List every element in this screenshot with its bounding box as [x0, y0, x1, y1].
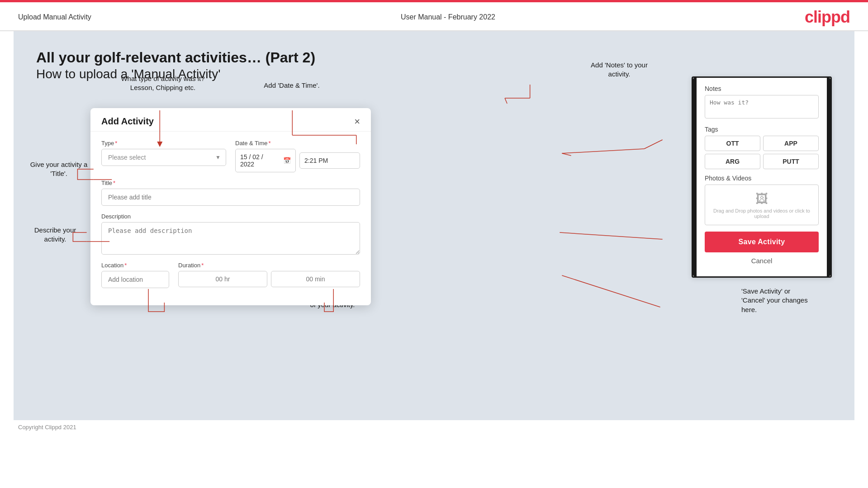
top-bar: Upload Manual Activity User Manual - Feb… — [0, 2, 868, 31]
title-label: Title* — [101, 180, 360, 186]
photos-section: Photos & Videos 🖼 Drag and Drop photos a… — [705, 175, 819, 225]
dialog-title: Add Activity — [101, 116, 154, 127]
date-input[interactable]: 15 / 02 / 2022 📅 — [235, 149, 296, 172]
upload-icon: 🖼 — [755, 191, 768, 206]
notes-label: Notes — [705, 85, 819, 92]
photos-upload-area[interactable]: 🖼 Drag and Drop photos and videos or cli… — [705, 185, 819, 225]
phone-panel: Notes Tags OTT APP ARG PUTT Photos & Vid… — [692, 76, 832, 278]
footer: Copyright Clippd 2021 — [0, 420, 868, 434]
datetime-group: Date & Time* 15 / 02 / 2022 📅 2:21 PM — [235, 140, 360, 172]
calendar-icon: 📅 — [283, 157, 291, 164]
location-input[interactable] — [101, 271, 169, 288]
duration-group: Duration* — [178, 262, 360, 288]
tag-arg[interactable]: ARG — [705, 154, 760, 169]
tags-label: Tags — [705, 126, 819, 133]
row-type-datetime: Type* Please select ▼ Date & Time* — [101, 140, 360, 172]
annotation-save-cancel: 'Save Activity' or'Cancel' your changesh… — [741, 287, 841, 314]
duration-inputs — [178, 271, 360, 287]
row-location-duration: Location* Duration* — [101, 262, 360, 288]
logo-area: clippd — [805, 8, 850, 27]
svg-line-12 — [644, 140, 662, 149]
annotation-title: Give your activity a'Title'. — [23, 160, 95, 179]
upload-text: Drag and Drop photos and videos or click… — [705, 208, 818, 219]
description-group: Description — [101, 213, 360, 255]
close-button[interactable]: × — [354, 117, 360, 127]
type-group: Type* Please select ▼ — [101, 140, 226, 172]
type-label: Type* — [101, 140, 226, 147]
dialog-body: Type* Please select ▼ Date & Time* — [90, 132, 371, 305]
annotation-date-time: Add 'Date & Time'. — [247, 81, 337, 90]
notes-input[interactable] — [705, 95, 819, 118]
page-title: All your golf-relevant activities… (Part… — [36, 49, 832, 66]
add-activity-dialog: Add Activity × Type* Please select ▼ — [90, 108, 371, 305]
datetime-label: Date & Time* — [235, 140, 360, 147]
svg-line-10 — [505, 98, 507, 104]
date-time-inputs: 15 / 02 / 2022 📅 2:21 PM — [235, 149, 360, 172]
annotation-description: Describe youractivity. — [19, 226, 91, 244]
tag-app[interactable]: APP — [763, 136, 819, 151]
type-select-wrapper: Please select ▼ — [101, 149, 226, 166]
cancel-button[interactable]: Cancel — [705, 252, 819, 269]
type-select[interactable]: Please select — [101, 149, 226, 166]
svg-line-13 — [562, 153, 571, 156]
svg-line-15 — [560, 232, 662, 239]
title-group: Title* — [101, 180, 360, 206]
main-content: All your golf-relevant activities… (Part… — [14, 31, 854, 420]
manual-title: User Manual - February 2022 — [401, 13, 495, 21]
svg-line-14 — [562, 149, 644, 153]
photos-label: Photos & Videos — [705, 175, 819, 182]
page-heading: Upload Manual Activity — [18, 13, 91, 21]
tag-ott[interactable]: OTT — [705, 136, 760, 151]
tags-section: Tags OTT APP ARG PUTT — [705, 126, 819, 169]
description-label: Description — [101, 213, 360, 220]
dialog-header: Add Activity × — [90, 108, 371, 132]
duration-min-input[interactable] — [271, 271, 360, 287]
svg-line-16 — [562, 275, 660, 307]
logo: clippd — [805, 8, 850, 26]
duration-hr-input[interactable] — [178, 271, 267, 287]
save-activity-button[interactable]: Save Activity — [705, 232, 819, 252]
tag-putt[interactable]: PUTT — [763, 154, 819, 169]
duration-label: Duration* — [178, 262, 360, 269]
title-input[interactable] — [101, 189, 360, 206]
phone-inner: Notes Tags OTT APP ARG PUTT Photos & Vid… — [697, 78, 827, 276]
annotation-activity-type: What type of activity was it?Lesson, Chi… — [111, 74, 215, 93]
copyright-text: Copyright Clippd 2021 — [18, 424, 76, 431]
description-input[interactable] — [101, 222, 360, 255]
location-group: Location* — [101, 262, 169, 288]
tags-grid: OTT APP ARG PUTT — [705, 136, 819, 169]
annotation-notes: Add 'Notes' to youractivity. — [574, 61, 664, 79]
location-label: Location* — [101, 262, 169, 269]
time-input[interactable]: 2:21 PM — [299, 152, 360, 169]
